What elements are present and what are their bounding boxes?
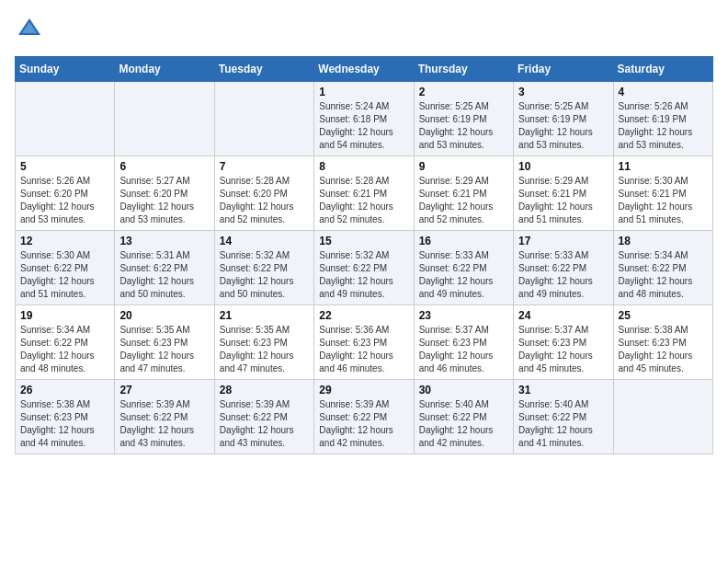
calendar-cell: 11Sunrise: 5:30 AMSunset: 6:21 PMDayligh… — [613, 156, 712, 231]
calendar-cell: 25Sunrise: 5:38 AMSunset: 6:23 PMDayligh… — [613, 305, 712, 380]
week-row: 26Sunrise: 5:38 AMSunset: 6:23 PMDayligh… — [16, 380, 713, 454]
day-info: Sunrise: 5:39 AMSunset: 6:22 PMDaylight:… — [220, 398, 309, 450]
week-row: 12Sunrise: 5:30 AMSunset: 6:22 PMDayligh… — [16, 231, 713, 305]
day-info: Sunrise: 5:40 AMSunset: 6:22 PMDaylight:… — [419, 398, 508, 450]
week-row: 19Sunrise: 5:34 AMSunset: 6:22 PMDayligh… — [16, 305, 713, 380]
calendar-cell: 9Sunrise: 5:29 AMSunset: 6:21 PMDaylight… — [414, 156, 513, 231]
day-number: 29 — [319, 384, 408, 396]
day-number: 17 — [518, 235, 608, 247]
calendar-cell: 31Sunrise: 5:40 AMSunset: 6:22 PMDayligh… — [514, 380, 613, 454]
day-info: Sunrise: 5:28 AMSunset: 6:20 PMDaylight:… — [220, 175, 309, 226]
day-number: 8 — [319, 160, 408, 173]
calendar-cell — [214, 82, 313, 156]
weekday-header-wednesday: Wednesday — [314, 57, 414, 82]
calendar-cell: 23Sunrise: 5:37 AMSunset: 6:23 PMDayligh… — [414, 305, 513, 380]
weekday-header-saturday: Saturday — [613, 57, 712, 82]
calendar-cell: 13Sunrise: 5:31 AMSunset: 6:22 PMDayligh… — [115, 231, 214, 305]
day-info: Sunrise: 5:25 AMSunset: 6:19 PMDaylight:… — [518, 100, 608, 152]
day-info: Sunrise: 5:25 AMSunset: 6:19 PMDaylight:… — [419, 100, 508, 152]
day-info: Sunrise: 5:31 AMSunset: 6:22 PMDaylight:… — [119, 249, 209, 301]
day-info: Sunrise: 5:28 AMSunset: 6:21 PMDaylight:… — [319, 175, 408, 226]
day-info: Sunrise: 5:27 AMSunset: 6:20 PMDaylight:… — [119, 175, 209, 226]
day-number: 25 — [619, 309, 708, 322]
weekday-header-thursday: Thursday — [414, 57, 513, 82]
weekday-row: SundayMondayTuesdayWednesdayThursdayFrid… — [16, 57, 713, 82]
day-number: 4 — [619, 86, 708, 98]
day-info: Sunrise: 5:32 AMSunset: 6:22 PMDaylight:… — [220, 249, 309, 301]
day-number: 12 — [20, 235, 109, 247]
day-info: Sunrise: 5:33 AMSunset: 6:22 PMDaylight:… — [419, 249, 508, 301]
day-info: Sunrise: 5:32 AMSunset: 6:22 PMDaylight:… — [319, 249, 408, 301]
day-number: 24 — [518, 309, 608, 322]
day-number: 22 — [319, 309, 408, 322]
calendar-cell: 17Sunrise: 5:33 AMSunset: 6:22 PMDayligh… — [514, 231, 613, 305]
day-number: 2 — [419, 86, 508, 98]
weekday-header-tuesday: Tuesday — [214, 57, 313, 82]
week-row: 1Sunrise: 5:24 AMSunset: 6:18 PMDaylight… — [16, 82, 713, 156]
calendar-cell: 6Sunrise: 5:27 AMSunset: 6:20 PMDaylight… — [115, 156, 214, 231]
calendar-cell: 20Sunrise: 5:35 AMSunset: 6:23 PMDayligh… — [115, 305, 214, 380]
day-info: Sunrise: 5:39 AMSunset: 6:22 PMDaylight:… — [319, 398, 408, 450]
calendar-cell: 10Sunrise: 5:29 AMSunset: 6:21 PMDayligh… — [514, 156, 613, 231]
calendar-cell: 3Sunrise: 5:25 AMSunset: 6:19 PMDaylight… — [514, 82, 613, 156]
day-number: 3 — [518, 86, 608, 98]
day-info: Sunrise: 5:39 AMSunset: 6:22 PMDaylight:… — [119, 398, 209, 450]
logo-icon — [17, 15, 42, 40]
calendar-cell: 5Sunrise: 5:26 AMSunset: 6:20 PMDaylight… — [16, 156, 115, 231]
calendar-cell: 28Sunrise: 5:39 AMSunset: 6:22 PMDayligh… — [214, 380, 313, 454]
day-number: 30 — [419, 384, 508, 396]
calendar-table: SundayMondayTuesdayWednesdayThursdayFrid… — [15, 56, 713, 454]
calendar-cell: 1Sunrise: 5:24 AMSunset: 6:18 PMDaylight… — [314, 82, 414, 156]
day-info: Sunrise: 5:26 AMSunset: 6:19 PMDaylight:… — [619, 100, 708, 152]
day-info: Sunrise: 5:26 AMSunset: 6:20 PMDaylight:… — [20, 175, 109, 226]
day-info: Sunrise: 5:29 AMSunset: 6:21 PMDaylight:… — [419, 175, 508, 226]
day-number: 19 — [20, 309, 109, 322]
weekday-header-sunday: Sunday — [16, 57, 115, 82]
day-info: Sunrise: 5:37 AMSunset: 6:23 PMDaylight:… — [419, 324, 508, 375]
day-info: Sunrise: 5:33 AMSunset: 6:22 PMDaylight:… — [518, 249, 608, 301]
calendar-cell: 14Sunrise: 5:32 AMSunset: 6:22 PMDayligh… — [214, 231, 313, 305]
calendar-cell — [613, 380, 712, 454]
calendar-cell: 26Sunrise: 5:38 AMSunset: 6:23 PMDayligh… — [16, 380, 115, 454]
calendar-header: SundayMondayTuesdayWednesdayThursdayFrid… — [16, 57, 713, 82]
day-number: 5 — [20, 160, 109, 173]
calendar-cell: 19Sunrise: 5:34 AMSunset: 6:22 PMDayligh… — [16, 305, 115, 380]
day-number: 1 — [319, 86, 408, 98]
day-info: Sunrise: 5:38 AMSunset: 6:23 PMDaylight:… — [619, 324, 708, 375]
day-number: 21 — [220, 309, 309, 322]
day-info: Sunrise: 5:37 AMSunset: 6:23 PMDaylight:… — [518, 324, 608, 375]
day-number: 13 — [119, 235, 209, 247]
calendar-cell: 24Sunrise: 5:37 AMSunset: 6:23 PMDayligh… — [514, 305, 613, 380]
calendar-cell: 29Sunrise: 5:39 AMSunset: 6:22 PMDayligh… — [314, 380, 414, 454]
calendar-body: 1Sunrise: 5:24 AMSunset: 6:18 PMDaylight… — [16, 82, 713, 454]
day-number: 6 — [119, 160, 209, 173]
day-number: 15 — [319, 235, 408, 247]
page-header — [15, 15, 713, 45]
day-info: Sunrise: 5:35 AMSunset: 6:23 PMDaylight:… — [220, 324, 309, 375]
day-number: 31 — [518, 384, 608, 396]
calendar-cell: 16Sunrise: 5:33 AMSunset: 6:22 PMDayligh… — [414, 231, 513, 305]
day-info: Sunrise: 5:38 AMSunset: 6:23 PMDaylight:… — [20, 398, 109, 450]
calendar-cell: 15Sunrise: 5:32 AMSunset: 6:22 PMDayligh… — [314, 231, 414, 305]
day-number: 16 — [419, 235, 508, 247]
calendar-cell: 30Sunrise: 5:40 AMSunset: 6:22 PMDayligh… — [414, 380, 513, 454]
day-number: 18 — [619, 235, 708, 247]
weekday-header-friday: Friday — [514, 57, 613, 82]
day-info: Sunrise: 5:30 AMSunset: 6:21 PMDaylight:… — [619, 175, 708, 226]
day-number: 26 — [20, 384, 109, 396]
day-info: Sunrise: 5:35 AMSunset: 6:23 PMDaylight:… — [119, 324, 209, 375]
day-info: Sunrise: 5:34 AMSunset: 6:22 PMDaylight:… — [619, 249, 708, 301]
day-number: 20 — [119, 309, 209, 322]
weekday-header-monday: Monday — [115, 57, 214, 82]
day-number: 27 — [119, 384, 209, 396]
day-number: 10 — [518, 160, 608, 173]
day-number: 23 — [419, 309, 508, 322]
day-info: Sunrise: 5:29 AMSunset: 6:21 PMDaylight:… — [518, 175, 608, 226]
calendar-cell: 12Sunrise: 5:30 AMSunset: 6:22 PMDayligh… — [16, 231, 115, 305]
calendar-cell: 18Sunrise: 5:34 AMSunset: 6:22 PMDayligh… — [613, 231, 712, 305]
day-info: Sunrise: 5:34 AMSunset: 6:22 PMDaylight:… — [20, 324, 109, 375]
calendar-cell: 4Sunrise: 5:26 AMSunset: 6:19 PMDaylight… — [613, 82, 712, 156]
calendar-cell: 21Sunrise: 5:35 AMSunset: 6:23 PMDayligh… — [214, 305, 313, 380]
day-info: Sunrise: 5:36 AMSunset: 6:23 PMDaylight:… — [319, 324, 408, 375]
calendar-cell: 22Sunrise: 5:36 AMSunset: 6:23 PMDayligh… — [314, 305, 414, 380]
